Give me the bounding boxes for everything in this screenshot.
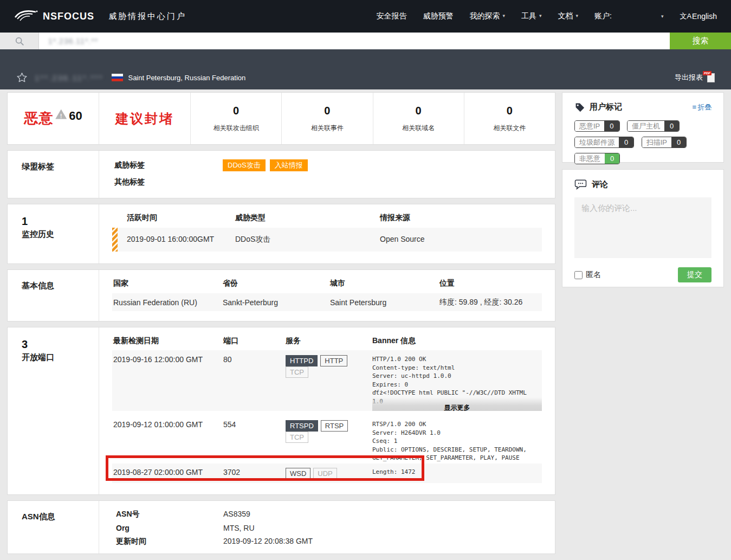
collapse-link[interactable]: 折叠 [692, 102, 711, 112]
russia-flag-icon [112, 74, 123, 81]
badge-scanner-ip[interactable]: 扫描IP0 [642, 137, 687, 148]
nsfocus-tags-card: 绿盟标签 威胁标签 DDoS攻击 入站情报 其他标签 [7, 150, 555, 198]
threat-tags-label: 威胁标签 [114, 160, 223, 170]
stat-label: 相关联域名 [402, 124, 435, 133]
search-button[interactable]: 搜索 [670, 33, 731, 49]
ports-count: 3 [22, 338, 99, 351]
city: Saint Petersburg [330, 298, 439, 307]
stat-value: 0 [324, 105, 330, 117]
detect-date: 2019-08-27 02:00:00 GMT [113, 468, 223, 483]
nav-security-reports[interactable]: 安全报告 [376, 11, 406, 21]
detect-date: 2019-09-12 01:00:00 GMT [113, 420, 223, 461]
search-bar: 1*.236.11*.** 搜索 [0, 33, 731, 49]
lat-lng: 纬度: 59.89 , 经度: 30.26 [439, 298, 542, 307]
monitor-table-row: 2019-09-01 16:00:00GMT DDoS攻击 Open Sourc… [112, 228, 542, 252]
page-root: NSFOCUS 威胁情报中心门户 安全报告 威胁预警 我的探索 工具 文档 账户… [0, 0, 731, 560]
section-title: 开放端口 [22, 352, 99, 363]
protocol-tag: TCP [286, 366, 308, 378]
section-title: 监控历史 [22, 229, 99, 240]
stat-attack-groups: 0 相关联攻击组织 [191, 93, 282, 144]
port-number: 3702 [223, 468, 286, 483]
basic-info-card: 基本信息 国家 省份 城市 位置 Russian Federation (RU)… [7, 269, 555, 321]
asn-number: AS8359 [223, 510, 250, 519]
show-more-button[interactable]: 显示更多 [372, 397, 542, 411]
asn-number-row: ASN号 AS8359 [112, 510, 542, 519]
section-title: ASN信息 [22, 512, 99, 522]
active-stripe-bar [112, 228, 118, 252]
stat-events: 0 相关联事件 [282, 93, 373, 144]
account-name-redacted [612, 12, 658, 20]
service-tag: RTSP [321, 420, 348, 432]
user-tags-card: 用户标记 折叠 恶意IP0 僵尸主机0 垃圾邮件源0 扫描IP0 非恶意0 [562, 92, 724, 163]
sidebar-column: 用户标记 折叠 恶意IP0 僵尸主机0 垃圾邮件源0 扫描IP0 非恶意0 [562, 92, 724, 559]
brand-name: NSFOCUS [43, 11, 94, 22]
basic-table-row: Russian Federation (RU) Sankt-Peterburg … [112, 293, 542, 311]
threat-type: DDoS攻击 [235, 235, 380, 252]
threat-score: 60 [69, 109, 82, 123]
main-content: 恶意 60 建议封堵 0 相关联攻击组织 0 相关联事件 0 相关联域名 [0, 89, 731, 559]
search-query-redacted: 1*.236.11*.** [48, 37, 98, 46]
nav-tools[interactable]: 工具 [521, 11, 542, 21]
monitor-count: 1 [22, 215, 99, 228]
top-navbar: NSFOCUS 威胁情报中心门户 安全报告 威胁预警 我的探索 工具 文档 账户… [0, 0, 731, 33]
badge-botnet-host[interactable]: 僵尸主机0 [627, 120, 680, 132]
port-row-3702: 2019-08-27 02:00:00 GMT 3702 WSDUDP Leng… [112, 464, 542, 483]
protocol-tag: UDP [313, 468, 337, 479]
export-report-link[interactable]: 导出报表 PDF [675, 73, 715, 82]
tag-ddos-attack[interactable]: DDoS攻击 [223, 159, 266, 171]
detail-column: 恶意 60 建议封堵 0 相关联攻击组织 0 相关联事件 0 相关联域名 [7, 92, 555, 559]
tag-inbound-intel[interactable]: 入站情报 [270, 159, 308, 171]
language-icon: 文A [680, 11, 691, 21]
tag-icon [574, 102, 585, 112]
service-tag: RTSPD [286, 420, 318, 432]
nsfocus-logo-icon [14, 8, 39, 24]
port-row-554: 2019-09-12 01:00:00 GMT 554 RTSPDRTSPTCP… [112, 415, 542, 461]
port-number: 554 [223, 420, 286, 461]
badge-spam-source[interactable]: 垃圾邮件源0 [574, 137, 634, 148]
user-tag-badges: 恶意IP0 僵尸主机0 垃圾邮件源0 扫描IP0 非恶意0 [574, 120, 711, 169]
brand-area: NSFOCUS 威胁情报中心门户 [14, 8, 186, 24]
stat-label: 相关联文件 [493, 124, 526, 133]
banner-info: HTTP/1.0 200 OK Content-type: text/html … [372, 355, 542, 411]
protocol-tag: TCP [286, 432, 308, 443]
monitor-history-card: 1 监控历史 活跃时间 威胁类型 情报来源 2019-09-01 16:00:0… [7, 204, 555, 264]
open-ports-card: 3 开放端口 最新检测日期 端口 服务 Banner 信息 2019-09-16… [7, 327, 555, 495]
asn-org: MTS, RU [223, 524, 255, 532]
basic-table-header: 国家 省份 城市 位置 [112, 279, 542, 288]
portal-title: 威胁情报中心门户 [108, 11, 186, 22]
badge-malicious-ip[interactable]: 恶意IP0 [574, 120, 620, 132]
comment-input[interactable] [574, 197, 711, 258]
asn-updated: 2019-09-12 20:08:38 GMT [223, 537, 313, 546]
stat-value: 0 [416, 105, 422, 117]
main-menu: 安全报告 威胁预警 我的探索 工具 文档 账户: 文AEnglish [360, 11, 717, 21]
service-tags: HTTPDHTTPTCP [286, 355, 372, 411]
service-tags: WSDUDP [286, 468, 372, 483]
language-label: English [692, 12, 717, 21]
ip-header: 1**.236.11*.*** Saint Petersburg, Russia… [0, 49, 731, 89]
section-title: 基本信息 [22, 281, 99, 291]
geo-location-label: Saint Petersburg, Russian Federation [128, 74, 245, 82]
intel-source: Open Source [380, 235, 542, 252]
section-label: 基本信息 [8, 270, 99, 321]
warning-triangle-icon [55, 110, 67, 119]
search-input[interactable]: 1*.236.11*.** [39, 33, 670, 49]
badge-non-malicious[interactable]: 非恶意0 [574, 153, 620, 164]
ports-table-header: 最新检测日期 端口 服务 Banner 信息 [112, 336, 542, 346]
section-label: ASN信息 [8, 501, 99, 553]
port-number: 80 [223, 355, 286, 411]
service-tag: HTTPD [286, 355, 318, 366]
province: Sankt-Peterburg [223, 298, 330, 307]
nav-threat-alerts[interactable]: 威胁预警 [423, 11, 453, 21]
stat-files: 0 相关联文件 [464, 93, 555, 144]
language-toggle[interactable]: 文AEnglish [680, 11, 717, 21]
nav-docs[interactable]: 文档 [558, 11, 578, 21]
account-dropdown[interactable]: 账户: [594, 11, 663, 21]
threat-tags-row: 威胁标签 DDoS攻击 入站情报 [112, 159, 542, 171]
anonymous-checkbox[interactable] [574, 271, 583, 279]
export-report-label: 导出报表 [675, 73, 703, 82]
submit-comment-button[interactable]: 提交 [678, 267, 711, 282]
search-icon [0, 33, 39, 49]
service-tag: WSD [286, 468, 310, 479]
favorite-star-icon[interactable] [16, 72, 28, 83]
nav-my-explore[interactable]: 我的探索 [469, 11, 505, 21]
